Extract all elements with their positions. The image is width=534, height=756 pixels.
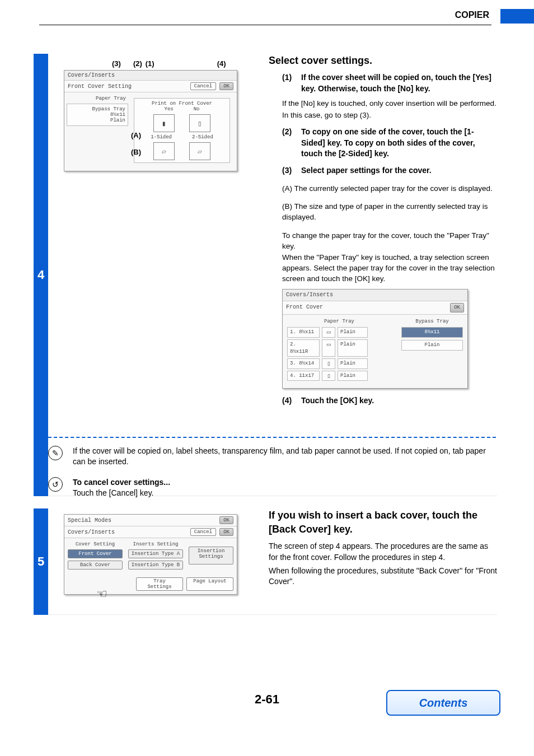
ui1-cancel-button[interactable]: Cancel xyxy=(190,82,216,90)
step4-item3-b: (B) The size and type of paper in the cu… xyxy=(282,202,497,223)
step4-item3-a: (A) The currently selected paper tray fo… xyxy=(282,184,497,194)
ui2-r2-name: 2. 8½x11R xyxy=(287,339,320,357)
step4-item4-text: Touch the [OK] key. xyxy=(301,395,374,407)
ui1-size-label: 8½x11 xyxy=(69,112,125,118)
paper-icon: ▭ xyxy=(322,339,335,357)
ui2-ok-button[interactable]: OK xyxy=(450,303,464,312)
step5-p2: When following the procedures, substitut… xyxy=(269,566,497,587)
ui2-tray-row-2[interactable]: 2. 8½x11R ▭ Plain xyxy=(287,339,391,357)
ui2-r3-type: Plain xyxy=(338,358,368,369)
dashed-separator xyxy=(48,437,496,438)
ui2-col2-title: Bypass Tray xyxy=(401,318,463,325)
step4-item2-num: (2) xyxy=(282,127,298,160)
paper-icon: ▯ xyxy=(322,358,335,369)
ui2-bypass-type[interactable]: Plain xyxy=(401,340,463,351)
header-rule xyxy=(39,25,491,25)
pencil-icon: ✎ xyxy=(48,446,63,460)
ui1-yes-button[interactable]: ▮ xyxy=(153,114,175,132)
step4-item1-p1: If the [No] key is touched, only cover i… xyxy=(282,99,497,109)
ui3-title: Covers/Inserts xyxy=(68,529,115,535)
ui1-print-title: Print on Front Cover xyxy=(137,101,227,106)
callout-3: (3) xyxy=(112,59,121,68)
header-blue-strip xyxy=(500,9,534,24)
ui1-ok-button[interactable]: OK xyxy=(219,82,233,90)
callout-2: (2) xyxy=(133,59,142,68)
step5-p1: The screen of step 4 appears. The proced… xyxy=(269,541,497,563)
ui1-2sided-label: 2-Sided xyxy=(192,134,213,140)
ui3-ok-top-button[interactable]: OK xyxy=(219,516,233,524)
note-2-text: Touch the [Cancel] key. xyxy=(73,488,496,498)
ui2-r2-type: Plain xyxy=(338,339,368,357)
callout-B: (B) xyxy=(131,148,141,156)
step4-item3-p2: When the "Paper Tray" key is touched, a … xyxy=(282,253,497,284)
paper-icon: ▭ xyxy=(322,327,335,338)
step4-item3-p1: To change the paper tray for the cover, … xyxy=(282,231,497,252)
step-number-4: 4 xyxy=(34,54,48,496)
ui3-page-layout-button[interactable]: Page Layout xyxy=(186,577,233,591)
ui1-bypass-label: Bypass Tray xyxy=(69,106,125,112)
callout-4: (4) xyxy=(217,59,226,68)
step-number-5: 5 xyxy=(34,508,48,615)
paper-icon: ▯ xyxy=(322,371,335,381)
ui3-cover-setting-hdr: Cover Setting xyxy=(68,542,123,547)
ui2-tray-row-4[interactable]: 4. 11x17 ▯ Plain xyxy=(287,371,391,381)
ui2-r1-type: Plain xyxy=(338,327,368,338)
ui1-2sided-button[interactable]: ▱ xyxy=(189,142,210,160)
pointer-hand-icon: ☜ xyxy=(96,587,107,601)
ui2-bypass-size[interactable]: 8½x11 xyxy=(401,327,463,338)
ui3-insertion-settings-button[interactable]: Insertion Settings xyxy=(189,547,233,564)
ui1-no-button[interactable]: ▯ xyxy=(189,114,210,132)
ui3-back-cover-button[interactable]: Back Cover xyxy=(68,561,123,570)
ui2-r4-name: 4. 11x17 xyxy=(287,371,320,381)
ui3-tray-settings-button[interactable]: Tray Settings xyxy=(136,577,183,591)
step4-item1-text: If the cover sheet will be copied on, to… xyxy=(301,72,497,94)
ui3-cancel-button[interactable]: Cancel xyxy=(190,528,216,536)
figure-covers-inserts-menu: Special Modes OK Covers/Inserts Cancel O… xyxy=(64,514,243,595)
step4-item1-p2: In this case, go to step (3). xyxy=(282,110,497,121)
step4-item3-num: (3) xyxy=(282,165,298,176)
ui3-ok-button[interactable]: OK xyxy=(219,528,233,536)
step4-item2-text: To copy on one side of the cover, touch … xyxy=(301,127,497,160)
ui2-col1-title: Paper Tray xyxy=(287,318,391,325)
ui3-front-cover-button[interactable]: Front Cover xyxy=(68,549,123,558)
ui1-paper-tray-button[interactable]: Bypass Tray 8½x11 Plain xyxy=(67,104,128,126)
ui1-yes-label: Yes xyxy=(164,106,173,112)
ui1-1sided-label: 1-Sided xyxy=(151,134,172,140)
contents-button[interactable]: Contents xyxy=(386,690,500,716)
ui2-r1-name: 1. 8½x11 xyxy=(287,327,320,338)
callout-1: (1) xyxy=(146,59,154,68)
ui3-insertion-a-button[interactable]: Insertion Type A xyxy=(128,549,183,558)
step4-item3-text: Select paper settings for the cover. xyxy=(301,165,432,176)
note-1-text: If the cover will be copied on, label sh… xyxy=(73,446,496,467)
ui1-1sided-button[interactable]: ▱ xyxy=(153,142,175,160)
ui1-title: Covers/Inserts xyxy=(64,71,237,81)
page-header-title: COPIER xyxy=(455,10,489,20)
ui1-paper-tray-label: Paper Tray xyxy=(67,96,128,101)
ui2-subtitle: Front Cover xyxy=(286,304,323,311)
undo-icon: ↺ xyxy=(48,477,63,492)
figure-tray-selection: Covers/Inserts Front Cover OK Paper Tray… xyxy=(282,289,467,389)
ui1-subtitle: Front Cover Setting xyxy=(68,83,132,90)
figure-front-cover-setting: (3) (2) (1) (4) Covers/Inserts Front Cov… xyxy=(64,59,243,171)
ui3-special-modes: Special Modes xyxy=(68,517,111,524)
ui3-insertion-b-button[interactable]: Insertion Type B xyxy=(128,561,183,570)
ui2-r4-type: Plain xyxy=(338,371,368,381)
callout-A: (A) xyxy=(131,131,141,139)
step4-item4-num: (4) xyxy=(282,395,298,407)
step4-heading: Select cover settings. xyxy=(269,54,497,68)
ui2-tray-row-3[interactable]: 3. 8½x14 ▯ Plain xyxy=(287,358,391,369)
step4-item1-num: (1) xyxy=(282,72,298,94)
ui2-title: Covers/Inserts xyxy=(283,290,467,301)
ui1-no-label: No xyxy=(194,106,200,112)
ui3-inserts-setting-hdr: Inserts Setting xyxy=(128,542,183,547)
ui2-tray-row-1[interactable]: 1. 8½x11 ▭ Plain xyxy=(287,327,391,338)
step5-heading: If you wish to insert a back cover, touc… xyxy=(269,508,497,536)
note-2-bold: To cancel cover settings... xyxy=(73,477,496,488)
ui1-plain-label: Plain xyxy=(69,118,125,123)
ui2-r3-name: 3. 8½x14 xyxy=(287,358,320,369)
